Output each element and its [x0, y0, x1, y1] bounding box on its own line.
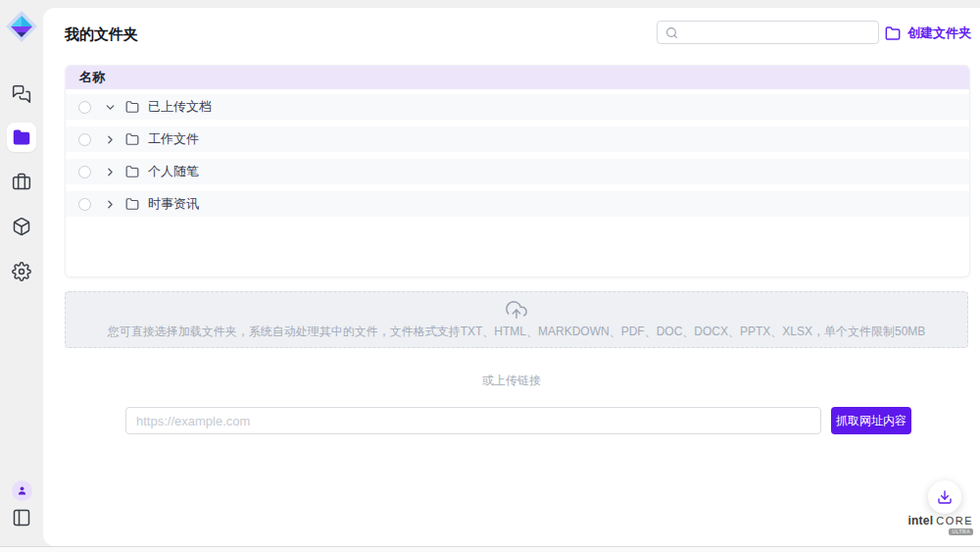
briefcase-icon[interactable]: [12, 172, 31, 191]
row-checkbox[interactable]: [78, 133, 91, 146]
intel-label: intel: [908, 514, 934, 527]
app-logo-icon[interactable]: [5, 10, 38, 43]
folder-icon: [125, 100, 139, 114]
row-checkbox[interactable]: [78, 101, 91, 114]
cube-icon[interactable]: [12, 217, 31, 236]
chevron-right-icon[interactable]: [104, 198, 117, 211]
settings-gear-icon[interactable]: [12, 262, 31, 281]
sidebar: [0, 0, 43, 546]
create-folder-label: 创建文件夹: [907, 25, 971, 42]
chat-icon[interactable]: [12, 84, 31, 104]
ultra-label: ultra: [949, 528, 973, 535]
row-checkbox[interactable]: [78, 198, 91, 211]
download-icon: [937, 489, 953, 505]
folder-icon: [125, 197, 139, 211]
row-label: 时事资讯: [148, 195, 199, 213]
search-icon: [665, 26, 678, 39]
sidebar-item-folders-active[interactable]: [7, 123, 36, 152]
upload-cloud-icon: [506, 299, 527, 321]
core-label: core: [936, 515, 973, 527]
folder-icon: [125, 132, 139, 146]
search-box[interactable]: [657, 21, 879, 44]
main-panel: 我的文件夹 创建文件夹 名称 已上传文档: [43, 8, 980, 546]
upload-dropzone[interactable]: 您可直接选择加载文件夹，系统自动处理其中的文件，文件格式支持TXT、HTML、M…: [65, 291, 968, 348]
window-bottom-edge: [0, 546, 980, 552]
panel-layout-icon[interactable]: [12, 508, 31, 527]
page-title: 我的文件夹: [65, 25, 138, 44]
search-input[interactable]: [684, 25, 870, 39]
url-input[interactable]: [125, 407, 821, 434]
folder-icon: [13, 128, 30, 146]
row-label: 工作文件: [148, 130, 199, 148]
folder-row[interactable]: 个人随笔: [66, 159, 969, 184]
row-label: 个人随笔: [148, 163, 199, 180]
folder-row[interactable]: 时事资讯: [66, 191, 969, 217]
folder-table: 名称 已上传文档 工作文件: [65, 65, 970, 277]
folder-icon: [125, 165, 139, 178]
folder-icon: [885, 25, 901, 41]
row-label: 已上传文档: [148, 98, 212, 116]
folder-row[interactable]: 已上传文档: [66, 94, 969, 120]
or-upload-link-label: 或上传链接: [43, 373, 980, 389]
chevron-right-icon[interactable]: [104, 166, 117, 178]
fetch-url-button[interactable]: 抓取网址内容: [831, 407, 911, 434]
upload-hint-text: 您可直接选择加载文件夹，系统自动处理其中的文件，文件格式支持TXT、HTML、M…: [108, 324, 926, 340]
table-header-row: 名称: [66, 66, 969, 89]
create-folder-button[interactable]: 创建文件夹: [885, 25, 971, 42]
folder-row[interactable]: 工作文件: [66, 126, 969, 152]
name-column-header: 名称: [79, 69, 105, 86]
app-window: { "colors": { "accent": "#5d18eb", "acce…: [0, 0, 980, 552]
row-checkbox[interactable]: [78, 166, 91, 178]
chevron-down-icon[interactable]: [104, 101, 117, 114]
intel-core-ultra-badge: intel core ultra: [912, 514, 973, 535]
download-fab-button[interactable]: [928, 480, 961, 514]
chevron-right-icon[interactable]: [104, 133, 117, 146]
folder-rows: 已上传文档 工作文件 个人随笔: [66, 89, 969, 217]
user-avatar[interactable]: [12, 480, 32, 501]
